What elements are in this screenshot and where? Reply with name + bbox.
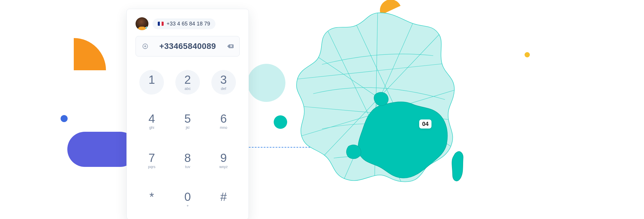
contact-avatar[interactable] <box>136 17 148 30</box>
key-8[interactable]: 8tuv <box>176 145 200 176</box>
key-hash[interactable]: # <box>211 184 236 215</box>
key-2[interactable]: 2abc <box>176 66 200 98</box>
backspace-icon[interactable] <box>226 42 234 50</box>
region-code-label: 04 <box>419 119 431 129</box>
decorative-circle-teal-light <box>247 64 285 102</box>
origin-number-text: +33 4 65 84 18 79 <box>167 21 210 27</box>
add-contact-icon[interactable] <box>141 42 149 50</box>
decorative-dot-yellow <box>525 52 530 57</box>
number-input[interactable]: +33465840089 <box>136 36 240 57</box>
dialed-number: +33465840089 <box>153 42 222 51</box>
dialer-card: +33 4 65 84 18 79 +33465840089 1 2abc 3d… <box>126 9 249 219</box>
dialer-header: +33 4 65 84 18 79 <box>136 17 240 30</box>
key-7[interactable]: 7pqrs <box>140 145 164 176</box>
key-4[interactable]: 4ghi <box>140 106 164 137</box>
presence-indicator-icon <box>145 27 148 30</box>
key-6[interactable]: 6mno <box>211 106 236 137</box>
key-1[interactable]: 1 <box>140 66 164 98</box>
flag-france-icon <box>158 22 164 26</box>
decorative-dot-teal <box>274 115 287 129</box>
corsica <box>452 151 463 181</box>
decorative-dot-blue <box>61 115 68 122</box>
key-3[interactable]: 3def <box>211 66 236 98</box>
decorative-quarter-circle-orange <box>74 38 106 70</box>
france-map: 04 <box>287 6 468 187</box>
key-0[interactable]: 0+ <box>176 184 200 215</box>
keypad: 1 2abc 3def 4ghi 5jkl 6mno 7pqrs 8tuv 9w… <box>136 65 240 216</box>
key-star[interactable]: * <box>140 184 164 215</box>
key-9[interactable]: 9wxyz <box>211 145 236 176</box>
origin-number-pill[interactable]: +33 4 65 84 18 79 <box>153 18 215 29</box>
region-04-outlier-a <box>346 145 361 159</box>
key-5[interactable]: 5jkl <box>176 106 200 137</box>
